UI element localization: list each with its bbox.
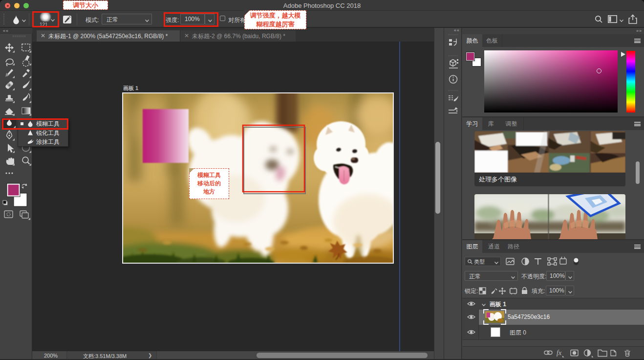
svg-text:fx: fx [557, 349, 562, 357]
